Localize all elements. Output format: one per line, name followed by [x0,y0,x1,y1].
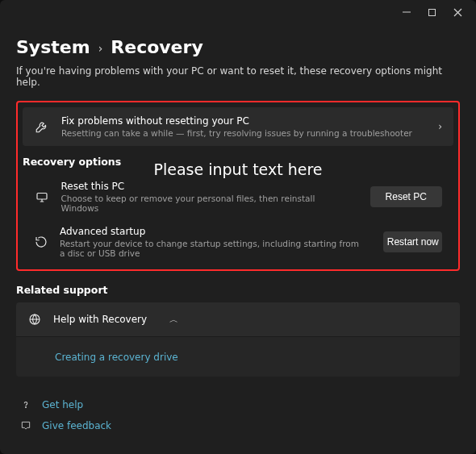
chevron-right-icon: › [98,42,103,55]
give-feedback-link[interactable]: Give feedback [16,415,460,436]
reset-title: Reset this PC [61,181,347,192]
advanced-desc: Restart your device to change startup se… [60,239,361,258]
maximize-button[interactable] [428,8,439,17]
intro-text: If you're having problems with your PC o… [16,65,460,88]
breadcrumb-root[interactable]: System [16,37,90,57]
help-recovery-title: Help with Recovery [53,314,147,325]
chevron-right-icon: › [438,121,442,132]
reset-pc-row: Reset this PC Choose to keep or remove y… [23,174,453,219]
highlight-box: Please input text here Fix problems with… [16,101,460,271]
recovery-options-heading: Recovery options [23,156,453,168]
svg-rect-4 [37,194,47,200]
get-help-link[interactable]: Get help [16,394,460,415]
reset-icon [34,190,49,204]
give-feedback-label: Give feedback [42,420,111,431]
breadcrumb: System › Recovery [16,37,460,57]
restart-now-button[interactable]: Restart now [383,231,442,252]
reset-pc-button[interactable]: Reset PC [370,186,442,207]
related-support-section: Related support Help with Recovery ︿ Cre… [16,284,460,377]
advanced-title: Advanced startup [60,226,361,237]
settings-window: System › Recovery If you're having probl… [0,0,476,454]
get-help-label: Get help [42,399,83,410]
footer-links: Get help Give feedback [16,394,460,436]
globe-help-icon [27,312,42,327]
svg-rect-1 [429,9,436,15]
help-recovery-body: Creating a recovery drive [16,336,460,377]
related-support-heading: Related support [16,284,460,296]
svg-point-6 [26,406,27,407]
advanced-startup-row: Advanced startup Restart your device to … [23,219,453,264]
fix-problems-card[interactable]: Fix problems without resetting your PC R… [23,107,453,146]
power-restart-icon [34,235,48,249]
feedback-icon [19,420,32,431]
window-titlebar [0,0,476,24]
help-with-recovery-row[interactable]: Help with Recovery ︿ [16,302,460,336]
chevron-up-icon: ︿ [169,314,178,326]
fix-desc: Resetting can take a while — first, try … [61,128,412,138]
close-button[interactable] [453,8,465,17]
fix-title: Fix problems without resetting your PC [61,115,412,127]
breadcrumb-page: Recovery [111,37,203,57]
help-icon [19,399,32,410]
recovery-drive-link[interactable]: Creating a recovery drive [55,352,178,363]
minimize-button[interactable] [402,7,413,17]
reset-desc: Choose to keep or remove your personal f… [61,194,347,213]
wrench-icon [34,119,50,134]
